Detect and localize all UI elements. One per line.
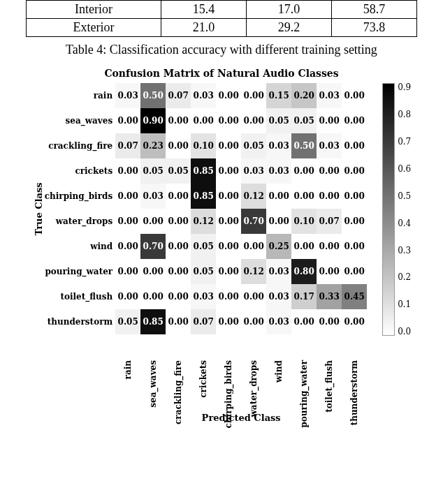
heatmap-cell: 0.00 [166, 184, 191, 209]
colorbar-tick: 0.7 [398, 138, 411, 146]
heatmap-cell: 0.90 [140, 108, 166, 133]
heatmap-cell: 0.00 [342, 158, 367, 184]
heatmap-cell: 0.00 [291, 309, 317, 334]
heatmap-cell: 0.10 [191, 133, 216, 158]
heatmap-cell: 0.00 [241, 309, 266, 334]
heatmap-cell: 0.03 [266, 158, 291, 184]
heatmap-cell: 0.00 [317, 158, 342, 184]
heatmap-cell: 0.00 [191, 108, 216, 133]
heatmap-cell: 0.03 [266, 133, 291, 158]
heatmap-cell: 0.00 [342, 83, 367, 108]
heatmap-cell: 0.00 [216, 108, 241, 133]
heatmap-cell: 0.05 [191, 234, 216, 259]
y-tick-labels: rainsea_wavescrackling_firecricketschirp… [45, 83, 115, 334]
cell: 21.0 [161, 19, 247, 37]
colorbar-tick: 0.4 [398, 219, 411, 228]
heatmap-cell: 0.12 [241, 184, 266, 209]
y-tick: crackling_fire [45, 133, 115, 158]
heatmap-cell: 0.03 [317, 133, 342, 158]
heatmap-grid: 0.030.500.070.030.000.000.150.200.030.00… [115, 83, 367, 334]
colorbar: 0.90.80.70.60.50.40.30.20.10.0 [382, 83, 411, 336]
heatmap-cell: 0.00 [241, 284, 266, 309]
heatmap-cell: 0.00 [266, 184, 291, 209]
heatmap-cell: 0.00 [216, 133, 241, 158]
heatmap-cell: 0.00 [115, 184, 140, 209]
heatmap-cell: 0.00 [342, 184, 367, 209]
heatmap-cell: 0.12 [191, 209, 216, 234]
y-tick: crickets [45, 158, 115, 184]
heatmap-cell: 0.00 [166, 133, 191, 158]
heatmap-cell: 0.05 [291, 108, 317, 133]
heatmap-cell: 0.20 [291, 83, 317, 108]
heatmap-cell: 0.00 [241, 234, 266, 259]
row-label: Interior [27, 1, 161, 19]
heatmap-cell: 0.00 [291, 158, 317, 184]
row-label: Exterior [27, 19, 161, 37]
table-row: Exterior 21.0 29.2 73.8 [27, 19, 417, 37]
y-tick: chirping_birds [45, 184, 115, 209]
heatmap-cell: 0.00 [317, 259, 342, 284]
heatmap-cell: 0.00 [241, 83, 266, 108]
y-tick: thunderstorm [45, 309, 115, 334]
heatmap-cell: 0.03 [266, 309, 291, 334]
y-tick: sea_waves [45, 108, 115, 133]
colorbar-tick: 0.5 [398, 192, 411, 200]
heatmap-cell: 0.85 [191, 158, 216, 184]
chart-title: Confusion Matrix of Natural Audio Classe… [7, 68, 436, 79]
heatmap-cell: 0.00 [166, 284, 191, 309]
heatmap-cell: 0.00 [216, 284, 241, 309]
heatmap-cell: 0.03 [115, 83, 140, 108]
heatmap-cell: 0.00 [342, 309, 367, 334]
heatmap-cell: 0.00 [166, 234, 191, 259]
heatmap-cell: 0.00 [115, 259, 140, 284]
cell: 29.2 [247, 19, 332, 37]
y-axis-label: True Class [33, 182, 43, 235]
heatmap-cell: 0.00 [216, 83, 241, 108]
heatmap-cell: 0.03 [241, 158, 266, 184]
heatmap-cell: 0.00 [317, 234, 342, 259]
heatmap-cell: 0.05 [115, 309, 140, 334]
x-axis-label: Predicted Class [115, 413, 367, 423]
y-tick: wind [45, 234, 115, 259]
heatmap-cell: 0.00 [115, 158, 140, 184]
heatmap-cell: 0.00 [216, 209, 241, 234]
heatmap-cell: 0.50 [291, 133, 317, 158]
cell: 73.8 [332, 19, 417, 37]
heatmap-cell: 0.00 [166, 209, 191, 234]
x-tick: thunderstorm [316, 360, 393, 385]
colorbar-tick: 0.1 [398, 300, 411, 309]
heatmap-cell: 0.00 [216, 234, 241, 259]
heatmap-cell: 0.05 [191, 259, 216, 284]
heatmap-cell: 0.70 [241, 209, 266, 234]
heatmap-cell: 0.05 [241, 133, 266, 158]
heatmap-cell: 0.03 [191, 83, 216, 108]
heatmap-cell: 0.85 [191, 184, 216, 209]
colorbar-tick: 0.2 [398, 273, 411, 281]
colorbar-tick: 0.8 [398, 110, 411, 119]
heatmap-cell: 0.07 [166, 83, 191, 108]
heatmap-cell: 0.00 [291, 234, 317, 259]
heatmap-cell: 0.80 [291, 259, 317, 284]
heatmap-cell: 0.15 [266, 83, 291, 108]
heatmap-cell: 0.00 [140, 209, 166, 234]
y-tick: water_drops [45, 209, 115, 234]
heatmap-cell: 0.17 [291, 284, 317, 309]
heatmap-cell: 0.00 [216, 184, 241, 209]
x-tick-labels: rainsea_wavescrackling_firecricketschirp… [115, 334, 367, 411]
cell: 58.7 [332, 1, 417, 19]
heatmap-cell: 0.00 [140, 259, 166, 284]
heatmap-cell: 0.00 [241, 108, 266, 133]
heatmap-cell: 0.00 [115, 234, 140, 259]
heatmap-cell: 0.00 [115, 209, 140, 234]
cell: 15.4 [161, 1, 247, 19]
colorbar-tick: 0.0 [398, 327, 411, 336]
heatmap-cell: 0.00 [317, 184, 342, 209]
colorbar-gradient [382, 83, 395, 336]
heatmap-cell: 0.10 [291, 209, 317, 234]
heatmap-cell: 0.23 [140, 133, 166, 158]
heatmap-cell: 0.50 [140, 83, 166, 108]
heatmap-cell: 0.07 [317, 209, 342, 234]
table-caption: Table 4: Classification accuracy with di… [26, 41, 417, 58]
heatmap-cell: 0.00 [317, 108, 342, 133]
heatmap-cell: 0.00 [216, 309, 241, 334]
